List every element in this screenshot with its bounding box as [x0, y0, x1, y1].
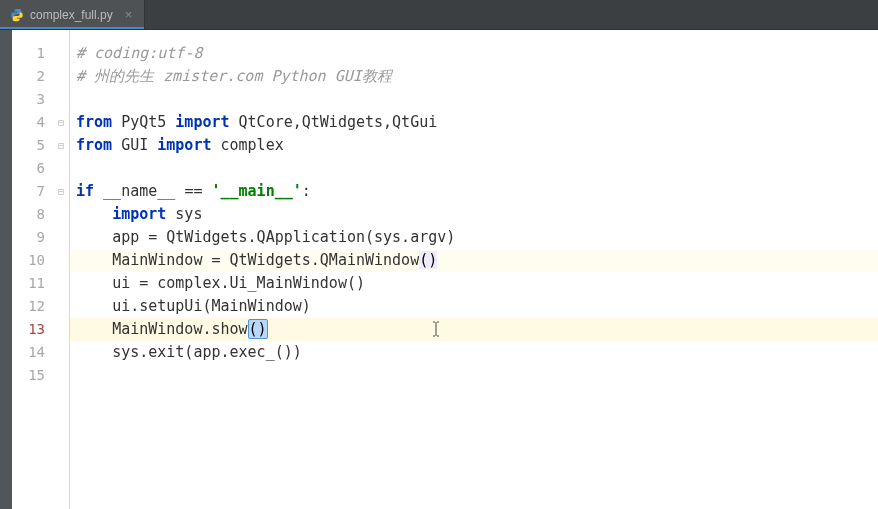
fold-indicator[interactable]: ⊟	[58, 140, 68, 150]
line-number[interactable]: 12	[12, 295, 55, 318]
fold-strip[interactable]: ⊟ ⊟ ⊟	[56, 30, 70, 509]
code-line[interactable]: import sys	[70, 203, 878, 226]
line-number[interactable]: 8	[12, 203, 55, 226]
line-number-gutter[interactable]: 123456789101112131415	[12, 30, 56, 509]
line-number[interactable]: 11	[12, 272, 55, 295]
code-area[interactable]: # coding:utf-8# 州的先生 zmister.com Python …	[70, 30, 878, 509]
line-number[interactable]: 3	[12, 88, 55, 111]
line-number[interactable]: 10	[12, 249, 55, 272]
code-line[interactable]	[70, 364, 878, 387]
tab-active[interactable]: complex_full.py ×	[0, 0, 145, 29]
fold-indicator[interactable]: ⊟	[58, 117, 68, 127]
code-line[interactable]	[70, 88, 878, 111]
python-file-icon	[10, 8, 24, 22]
code-line[interactable]: MainWindow.show()	[70, 318, 878, 341]
line-number[interactable]: 13	[12, 318, 55, 341]
line-number[interactable]: 1	[12, 42, 55, 65]
fold-indicator[interactable]: ⊟	[58, 186, 68, 196]
left-margin-strip	[0, 30, 12, 509]
code-line[interactable]: from GUI import complex	[70, 134, 878, 157]
code-line[interactable]: sys.exit(app.exec_())	[70, 341, 878, 364]
line-number[interactable]: 14	[12, 341, 55, 364]
close-icon[interactable]: ×	[125, 8, 133, 21]
code-line[interactable]	[70, 157, 878, 180]
code-line[interactable]: # 州的先生 zmister.com Python GUI教程	[70, 65, 878, 88]
line-number[interactable]: 9	[12, 226, 55, 249]
line-number[interactable]: 6	[12, 157, 55, 180]
line-number[interactable]: 4	[12, 111, 55, 134]
tab-bar: complex_full.py ×	[0, 0, 878, 30]
line-number[interactable]: 15	[12, 364, 55, 387]
code-line[interactable]: MainWindow = QtWidgets.QMainWindow()	[70, 249, 878, 272]
line-number[interactable]: 2	[12, 65, 55, 88]
code-line[interactable]: ui.setupUi(MainWindow)	[70, 295, 878, 318]
code-line[interactable]: if __name__ == '__main__':	[70, 180, 878, 203]
code-line[interactable]: # coding:utf-8	[70, 42, 878, 65]
code-line[interactable]: ui = complex.Ui_MainWindow()	[70, 272, 878, 295]
editor: 123456789101112131415 ⊟ ⊟ ⊟ # coding:utf…	[0, 30, 878, 509]
code-line[interactable]: from PyQt5 import QtCore,QtWidgets,QtGui	[70, 111, 878, 134]
line-number[interactable]: 5	[12, 134, 55, 157]
code-line[interactable]: app = QtWidgets.QApplication(sys.argv)	[70, 226, 878, 249]
tab-filename: complex_full.py	[30, 8, 113, 22]
line-number[interactable]: 7	[12, 180, 55, 203]
